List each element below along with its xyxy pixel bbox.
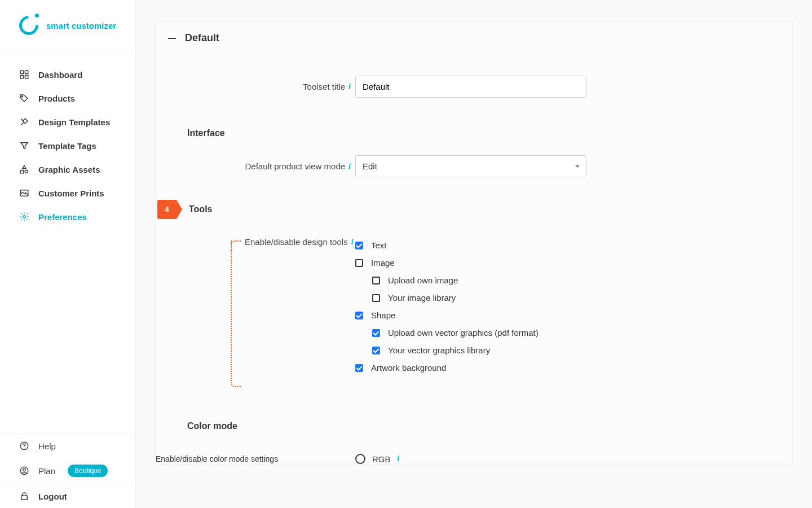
toolset-title-input[interactable] [355,76,586,98]
svg-rect-1 [25,71,28,73]
checkbox-upload-vector[interactable] [372,329,380,337]
nav-label: Design Templates [38,117,110,127]
tools-icon [19,117,29,127]
info-icon[interactable]: i [348,82,351,91]
svg-rect-2 [20,76,23,78]
color-mode-header: Color mode [156,387,792,443]
design-tools-list: Text Image Upload own image Your im [355,240,637,373]
sidebar-item-products[interactable]: Products [0,86,135,110]
content: Default Toolset title i Interface Defaul… [136,0,812,508]
gear-icon [19,212,29,222]
grid-icon [19,69,29,80]
checkbox-artwork-bg[interactable] [355,364,363,372]
checkbox-vector-library[interactable] [372,347,380,354]
checkbox-shape[interactable] [355,312,363,319]
checkbox-label: Artwork background [371,363,446,373]
image-icon [19,188,29,198]
sidebar-item-template-tags[interactable]: Template Tags [0,134,135,157]
sidebar-item-design-templates[interactable]: Design Templates [0,110,135,134]
plan-badge: Boutique [68,465,108,477]
tag-icon [19,93,29,103]
sidebar-item-plan[interactable]: Plan Boutique [0,458,135,484]
svg-rect-0 [20,71,23,73]
nav-label: Preferences [38,212,87,222]
sidebar: smart customizer Dashboard Products Desi… [0,0,136,508]
svg-rect-3 [25,76,28,78]
tools-callout: 4 Tools [156,200,792,226]
brand-name: smart customizer [46,21,116,30]
toolset-title-label: Toolset title i [156,82,355,91]
collapse-icon[interactable] [168,38,176,39]
svg-point-4 [21,96,23,97]
svg-rect-5 [20,170,23,173]
tools-header: Tools [187,204,212,214]
checkbox-label: Upload own vector graphics (pdf format) [388,328,539,338]
svg-rect-13 [21,496,28,500]
sidebar-item-customer-prints[interactable]: Customer Prints [0,181,135,205]
nav-label: Products [38,94,75,103]
radio-label: RGB [372,454,391,464]
shapes-icon [19,164,29,174]
nav-label: Customer Prints [38,189,104,198]
callout-badge: 4 [157,200,176,219]
radio-rgb[interactable] [355,454,365,464]
nav-label: Graphic Assets [38,165,100,174]
info-icon[interactable]: i [351,238,354,247]
funnel-icon [19,141,29,151]
nav-label: Logout [38,492,67,501]
nav-label: Plan [38,466,55,476]
card-header: Default [156,22,792,54]
brand-logo-icon [19,16,38,35]
sidebar-item-dashboard[interactable]: Dashboard [0,63,135,86]
checkbox-label: Text [371,240,387,250]
sidebar-item-graphic-assets[interactable]: Graphic Assets [0,157,135,181]
main-nav: Dashboard Products Design Templates Temp… [0,51,135,433]
checkbox-label: Shape [371,310,395,320]
checkbox-label: Your vector graphics library [388,345,490,355]
product-view-mode-label: Default product view mode i [156,161,355,171]
help-icon [19,441,29,451]
brand: smart customizer [0,0,135,51]
checkbox-label: Your image library [388,293,456,303]
card-title: Default [185,32,219,44]
lock-open-icon [19,491,29,501]
preferences-card: Default Toolset title i Interface Defaul… [155,21,793,465]
svg-point-10 [24,448,24,448]
svg-point-12 [23,468,26,471]
checkbox-text[interactable] [355,242,363,249]
checkbox-label: Image [371,258,395,268]
info-icon[interactable]: i [398,454,400,463]
info-icon[interactable]: i [348,162,351,171]
interface-header: Interface [156,103,792,150]
sidebar-item-help[interactable]: Help [0,434,135,458]
nav-label: Template Tags [38,141,96,151]
sidebar-item-logout[interactable]: Logout [0,484,135,508]
sidebar-bottom-2: Logout [0,484,135,508]
svg-point-8 [23,216,26,218]
product-view-mode-select[interactable]: Edit [355,155,586,177]
svg-point-6 [25,170,28,173]
nav-label: Dashboard [38,70,82,80]
checkbox-upload-own-image[interactable] [372,277,380,284]
checkbox-image-library[interactable] [372,294,380,302]
checkbox-image[interactable] [355,259,363,267]
user-circle-icon [19,466,29,476]
sidebar-bottom: Help Plan Boutique [0,433,135,484]
checkbox-label: Upload own image [388,275,458,285]
color-mode-label: Enable/disable color mode settings [156,454,355,463]
sidebar-item-preferences[interactable]: Preferences [0,205,135,229]
design-tools-label: Enable/disable design tools i [245,237,354,247]
nav-label: Help [38,441,56,451]
